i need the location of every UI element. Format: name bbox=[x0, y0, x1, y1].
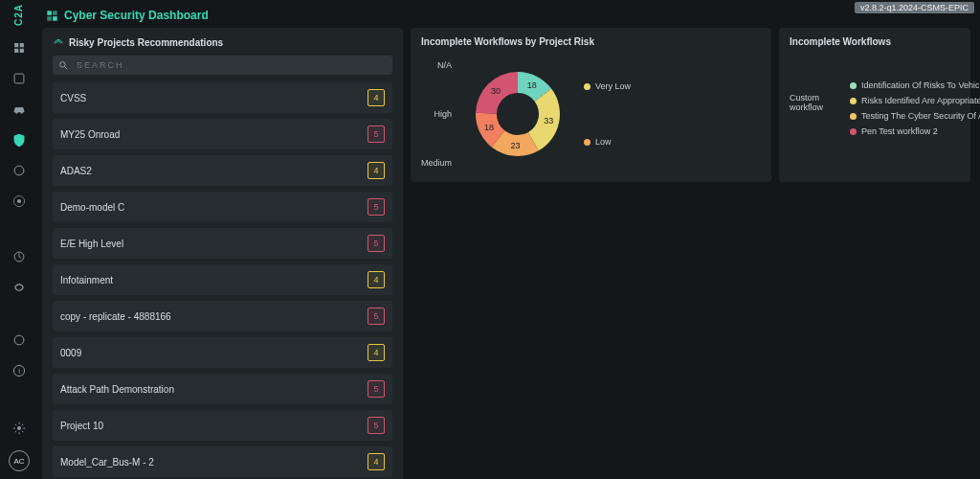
risky-project-item[interactable]: ADAS24 bbox=[53, 155, 392, 186]
avatar[interactable]: AC bbox=[9, 450, 30, 471]
svg-point-1 bbox=[14, 166, 24, 175]
svg-point-2 bbox=[17, 199, 21, 203]
risk-count: 5 bbox=[368, 235, 385, 252]
version-tag: v2.8.2-q1.2024-CSMS-EPIC bbox=[855, 2, 974, 13]
svg-text:18: 18 bbox=[527, 80, 537, 90]
nav-icon-2[interactable] bbox=[11, 70, 28, 87]
project-name: MY25 Onroad bbox=[60, 129, 120, 140]
shield-icon[interactable] bbox=[11, 131, 28, 148]
risky-project-item[interactable]: E/E High Level5 bbox=[53, 228, 392, 259]
project-name: Attack Path Demonstration bbox=[60, 384, 174, 395]
risky-project-item[interactable]: CVSS4 bbox=[53, 82, 392, 113]
donut-label: High bbox=[434, 109, 453, 119]
dashboard-icon bbox=[46, 10, 58, 22]
sidebar: C2A i AC bbox=[0, 0, 38, 479]
svg-text:33: 33 bbox=[544, 116, 553, 125]
nav-icon-8[interactable] bbox=[11, 279, 28, 296]
donut-risk: 1833231830 bbox=[465, 61, 570, 167]
nav-icon-bottom-1[interactable] bbox=[11, 331, 28, 349]
risky-project-item[interactable]: Model_Car_Bus-M - 24 bbox=[53, 446, 392, 477]
project-name: Infotainment bbox=[60, 275, 113, 285]
svg-point-5 bbox=[14, 335, 24, 345]
svg-rect-0 bbox=[14, 74, 24, 83]
risk-count: 4 bbox=[368, 453, 385, 470]
panel-title: Incomplete Workflows bbox=[790, 36, 960, 47]
legend-item: Risks Identified Are Appropriately Manag… bbox=[850, 96, 980, 105]
project-name: Model_Car_Bus-M - 2 bbox=[60, 457, 154, 468]
risk-icon bbox=[53, 36, 64, 48]
donut-label: N/A bbox=[437, 60, 452, 70]
nav-icon-5[interactable] bbox=[11, 162, 28, 179]
svg-text:18: 18 bbox=[484, 123, 494, 132]
risk-count: 5 bbox=[368, 417, 385, 434]
nav-icon-1[interactable] bbox=[11, 39, 28, 57]
svg-text:23: 23 bbox=[510, 141, 520, 150]
risk-count: 4 bbox=[368, 162, 385, 179]
risky-project-item[interactable]: 00094 bbox=[53, 337, 392, 368]
project-name: Demo-model C bbox=[60, 202, 124, 213]
panel-title: Incomplete Workflows by Project Risk bbox=[421, 36, 761, 47]
legend-item: Pen Test workflow 2 bbox=[850, 126, 980, 136]
project-name: CVSS bbox=[60, 93, 86, 103]
risky-project-item[interactable]: copy - replicate - 48881665 bbox=[53, 301, 392, 331]
panel-incomplete-by-risk: Incomplete Workflows by Project Risk N/A… bbox=[411, 28, 771, 182]
project-name: 0009 bbox=[60, 348, 81, 358]
donut-label: Custom workflow bbox=[790, 93, 823, 112]
risk-count: 5 bbox=[368, 308, 385, 325]
svg-rect-11 bbox=[47, 16, 52, 21]
legend-item: Testing The Cyber Security Of A Vehicle … bbox=[850, 111, 980, 121]
panel-title: Risky Projects Recommendations bbox=[53, 36, 392, 48]
info-icon[interactable]: i bbox=[11, 362, 28, 379]
car-icon[interactable] bbox=[11, 101, 28, 118]
project-name: E/E High Level bbox=[60, 239, 123, 249]
svg-point-8 bbox=[17, 426, 21, 430]
risk-count: 4 bbox=[368, 344, 385, 361]
nav-icon-6[interactable] bbox=[11, 193, 28, 210]
settings-icon[interactable] bbox=[11, 420, 28, 437]
nav-icon-7[interactable] bbox=[11, 248, 28, 265]
svg-point-23 bbox=[60, 61, 66, 67]
panel-risky-projects: Risky Projects Recommendations CVSS4MY25… bbox=[42, 28, 403, 479]
risk-count: 5 bbox=[368, 125, 385, 143]
risky-project-item[interactable]: Project 105 bbox=[53, 410, 392, 441]
svg-rect-10 bbox=[53, 11, 57, 15]
logo: C2A bbox=[13, 4, 24, 26]
project-name: copy - replicate - 4888166 bbox=[60, 311, 171, 322]
search-box[interactable] bbox=[53, 56, 392, 75]
risky-project-item[interactable]: Demo-model C5 bbox=[53, 192, 392, 222]
risk-count: 5 bbox=[368, 380, 385, 398]
project-name: ADAS2 bbox=[60, 166, 92, 176]
risky-project-item[interactable]: MY25 Onroad5 bbox=[53, 119, 392, 149]
panel-incomplete-workflows: Incomplete Workflows Custom workflow 651… bbox=[779, 28, 970, 182]
svg-rect-12 bbox=[53, 16, 57, 21]
donut-label: Medium bbox=[421, 158, 452, 168]
svg-text:30: 30 bbox=[491, 86, 501, 96]
legend-item: Identification Of Risks To Vehicle Types… bbox=[850, 80, 980, 90]
project-name: Project 10 bbox=[60, 421, 103, 431]
risk-count: 4 bbox=[368, 271, 385, 288]
donut-label: Very Low bbox=[584, 81, 631, 91]
risk-count: 4 bbox=[368, 89, 385, 106]
risky-project-item[interactable]: Attack Path Demonstration5 bbox=[53, 374, 392, 404]
page-title: Cyber Security Dashboard bbox=[42, 9, 970, 22]
search-icon bbox=[58, 60, 69, 71]
svg-text:i: i bbox=[18, 367, 20, 376]
svg-rect-9 bbox=[47, 11, 52, 15]
search-input[interactable] bbox=[75, 59, 387, 71]
donut-label: Low bbox=[584, 137, 631, 147]
risky-project-item[interactable]: Infotainment4 bbox=[53, 264, 392, 295]
risk-count: 5 bbox=[368, 198, 385, 216]
